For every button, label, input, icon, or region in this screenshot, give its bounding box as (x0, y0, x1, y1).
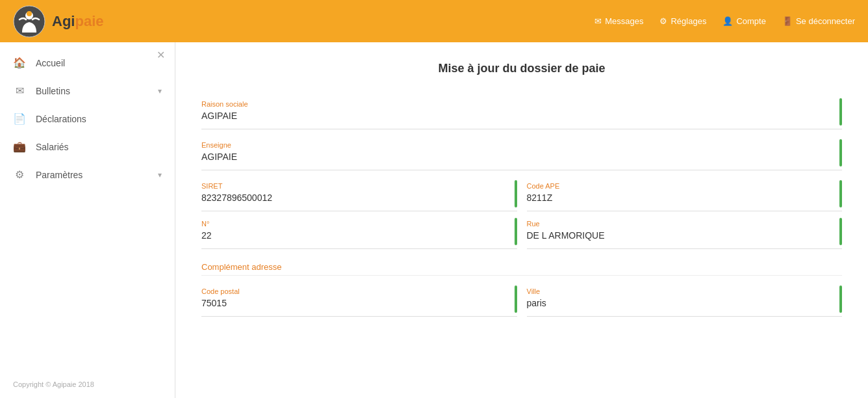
numero-field: N° 22 (201, 215, 517, 249)
enseigne-label: Enseigne (201, 141, 842, 149)
salaries-icon: 💼 (13, 140, 26, 153)
sidebar-item-label: Paramètres (36, 170, 83, 180)
sidebar-close-button[interactable]: ✕ (157, 49, 165, 61)
logo-text: Agipaie (52, 13, 103, 30)
rue-value: DE L ARMORIQUE (527, 230, 843, 243)
ville-label: Ville (527, 287, 843, 295)
bulletins-icon: ✉ (13, 85, 26, 97)
code-ape-value: 8211Z (527, 192, 843, 206)
sidebar-item-label: Accueil (36, 58, 65, 68)
svg-point-2 (27, 11, 32, 16)
declarations-icon: 📄 (13, 113, 26, 125)
siret-value: 82327896500012 (201, 192, 517, 206)
enseigne-field: Enseigne AGIPAIE (201, 136, 842, 170)
sidebar-item-label: Bulletins (36, 86, 70, 96)
rue-field: Rue DE L ARMORIQUE (527, 215, 843, 249)
raison-sociale-value: AGIPAIE (201, 111, 842, 124)
numero-value: 22 (201, 230, 517, 243)
enseigne-section: Enseigne AGIPAIE (201, 136, 842, 170)
raison-sociale-field: Raison sociale AGIPAIE (201, 95, 842, 129)
deconnecter-nav-item[interactable]: 🚪 Se déconnecter (782, 16, 855, 26)
envelope-icon: ✉ (594, 16, 602, 26)
messages-nav-item[interactable]: ✉ Messages (594, 16, 643, 26)
code-ape-field: Code APE 8211Z (527, 177, 843, 211)
home-icon: 🏠 (13, 57, 26, 69)
raison-sociale-label: Raison sociale (201, 100, 842, 108)
chevron-down-icon: ▾ (158, 86, 162, 96)
siret-ape-row: SIRET 82327896500012 Code APE 8211Z (201, 177, 842, 211)
codepostal-ville-row: Code postal 75015 Ville paris (201, 282, 842, 317)
sidebar-item-parametres[interactable]: ⚙ Paramètres ▾ (0, 161, 175, 189)
sidebar-item-accueil[interactable]: 🏠 Accueil (0, 49, 175, 77)
logo-area: Agipaie (13, 5, 103, 38)
user-icon: 👤 (722, 16, 733, 26)
reglages-nav-item[interactable]: ⚙ Réglages (659, 16, 706, 26)
siret-label: SIRET (201, 182, 517, 190)
logo-icon (13, 5, 45, 38)
layout: ✕ 🏠 Accueil ✉ Bulletins ▾ 📄 Déclarations… (0, 42, 868, 398)
code-ape-label: Code APE (527, 182, 843, 190)
numero-label: N° (201, 220, 517, 228)
gear-icon: ⚙ (659, 16, 667, 26)
sidebar-item-label: Salariés (36, 142, 69, 152)
chevron-down-icon: ▾ (158, 170, 162, 179)
sidebar-item-salaries[interactable]: 💼 Salariés (0, 133, 175, 161)
main-content: Mise à jour du dossier de paie Raison so… (175, 42, 868, 398)
parametres-icon: ⚙ (13, 168, 26, 181)
code-postal-label: Code postal (201, 287, 517, 295)
complement-adresse-label: Complément adresse (201, 252, 842, 276)
logout-icon: 🚪 (782, 16, 793, 26)
code-postal-field: Code postal 75015 (201, 282, 517, 317)
sidebar: ✕ 🏠 Accueil ✉ Bulletins ▾ 📄 Déclarations… (0, 42, 175, 398)
code-postal-value: 75015 (201, 298, 517, 311)
header-nav: ✉ Messages ⚙ Réglages 👤 Compte 🚪 Se déco… (594, 16, 855, 26)
page-title: Mise à jour du dossier de paie (201, 62, 842, 75)
ville-field: Ville paris (527, 282, 843, 317)
sidebar-copyright: Copyright © Agipaie 2018 (13, 380, 94, 388)
sidebar-item-label: Déclarations (36, 114, 86, 124)
compte-nav-item[interactable]: 👤 Compte (722, 16, 766, 26)
raison-sociale-section: Raison sociale AGIPAIE (201, 95, 842, 129)
rue-label: Rue (527, 220, 843, 228)
enseigne-value: AGIPAIE (201, 152, 842, 165)
siret-field: SIRET 82327896500012 (201, 177, 517, 211)
ville-value: paris (527, 298, 843, 311)
header: Agipaie ✉ Messages ⚙ Réglages 👤 Compte 🚪… (0, 0, 868, 42)
sidebar-item-declarations[interactable]: 📄 Déclarations (0, 105, 175, 133)
sidebar-item-bulletins[interactable]: ✉ Bulletins ▾ (0, 77, 175, 105)
numero-rue-row: N° 22 Rue DE L ARMORIQUE (201, 215, 842, 249)
